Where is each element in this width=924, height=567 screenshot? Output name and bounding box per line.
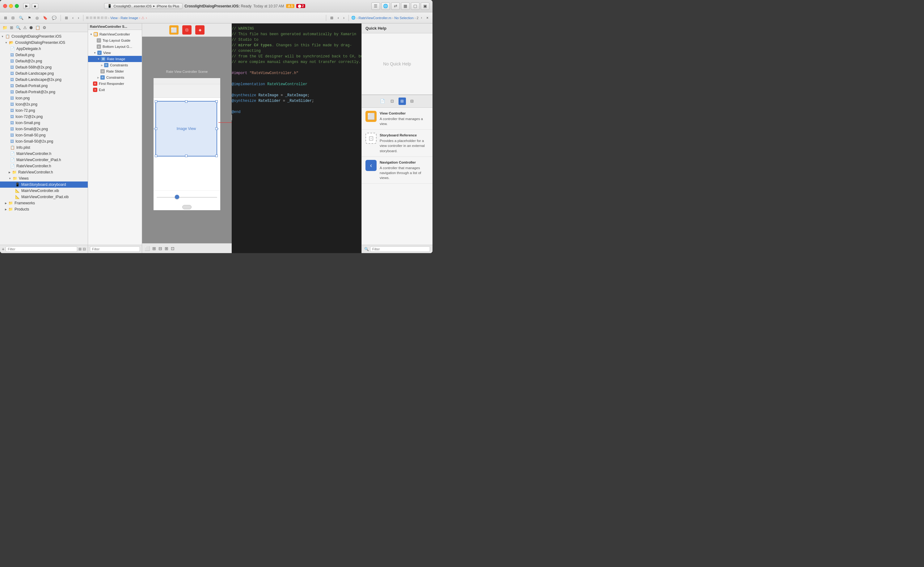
close-button[interactable] — [3, 4, 7, 8]
sidebar-item-icon-small-2x[interactable]: 🖼 Icon-Small@2x.png — [0, 126, 88, 132]
sidebar-item-icon-72[interactable]: 🖼 Icon-72.png — [0, 107, 88, 114]
sort-icon[interactable]: ⊞ — [78, 247, 81, 251]
sidebar-search-icon[interactable]: 🔍 — [15, 25, 21, 30]
flag-button[interactable]: ⚑ — [26, 15, 33, 21]
sidebar-item-icon-72-2x[interactable]: 🖼 Icon-72@2x.png — [0, 114, 88, 120]
bookmark-button[interactable]: 🔖 — [41, 15, 49, 21]
grid-button[interactable]: ⊞ — [63, 15, 69, 21]
struct-first-responder[interactable]: ▶ R First Responder — [88, 81, 142, 87]
search-button[interactable]: 🔍 — [17, 15, 25, 21]
handle-tl[interactable] — [155, 100, 157, 103]
circle-button[interactable]: ◎ — [34, 15, 40, 21]
sidebar-item-app-delegate[interactable]: 📄 AppDelegate.h — [0, 46, 88, 52]
sidebar-item-default-portrait-2x[interactable]: 🖼 Default-Portrait@2x.png — [0, 89, 88, 95]
back-button[interactable]: ‹ — [71, 15, 75, 21]
sidebar-source-icon[interactable]: ⊞ — [9, 25, 14, 30]
breadcrumb-file[interactable]: RateViewController.m — [359, 16, 391, 20]
stop-button[interactable]: ■ — [32, 3, 38, 9]
sidebar-item-rate-vc-h[interactable]: 📄 RateViewController.h — [0, 163, 88, 169]
breadcrumb-rate-image[interactable]: Rate Image — [120, 16, 138, 20]
struct-exit[interactable]: ▶ X Exit — [88, 87, 142, 93]
qh-filter-input[interactable] — [370, 246, 430, 252]
struct-bottom-layout[interactable]: ▶ B Bottom Layout G... — [88, 44, 142, 50]
triangle-frameworks[interactable] — [5, 202, 7, 205]
split-button[interactable]: ▢ — [411, 3, 420, 10]
sidebar-item-root-project[interactable]: 📋 CrosslightDialogPresenter.iOS — [0, 33, 88, 39]
sidebar-filter-input[interactable] — [6, 246, 77, 252]
sidebar-item-default-568h[interactable]: 🖼 Default-568h@2x.png — [0, 64, 88, 70]
run-button[interactable]: ▶ — [23, 3, 30, 9]
sidebar-item-icon-small-50[interactable]: 🖼 Icon-Small-50.png — [0, 132, 88, 138]
hierarchy-button[interactable]: ⊟ — [10, 15, 16, 21]
sidebar-item-icon-2x[interactable]: 🖼 Icon@2x.png — [0, 101, 88, 107]
handle-tc[interactable] — [185, 100, 188, 103]
sidebar-item-main-vc-ipad-xib[interactable]: 📐 MainViewController_iPad.xib — [0, 194, 88, 200]
canvas-bottom-icon3[interactable]: ⊟ — [158, 246, 162, 251]
struct-top-layout[interactable]: ▶ T Top Layout Guide — [88, 38, 142, 44]
handle-tr[interactable] — [215, 100, 218, 103]
forward-button[interactable]: › — [76, 15, 81, 21]
struct-rate-slider[interactable]: ▶ ⊟ Rate Slider — [88, 68, 142, 74]
sidebar-item-products[interactable]: 📁 Products — [0, 206, 88, 212]
structure-filter-input[interactable] — [90, 246, 140, 252]
sidebar-warning-icon[interactable]: ⚠ — [23, 25, 27, 30]
triangle-supporting[interactable] — [9, 171, 11, 174]
sidebar-folder-icon[interactable]: 📁 — [2, 25, 8, 30]
qh-tab-file[interactable]: 📄 — [379, 98, 386, 105]
sidebar-item-default-2x[interactable]: 🖼 Default@2x.png — [0, 58, 88, 64]
sidebar-item-icon-small[interactable]: 🖼 Icon-Small.png — [0, 120, 88, 126]
slider-thumb[interactable] — [175, 195, 179, 199]
sidebar-item-main-vc-xib[interactable]: 📐 MainViewController.xib — [0, 188, 88, 194]
triangle-group[interactable] — [5, 41, 8, 44]
sidebar-item-info-plist[interactable]: 📋 Info.plist — [0, 144, 88, 151]
layout-button[interactable]: ▦ — [401, 3, 409, 10]
triangle-views[interactable] — [9, 177, 11, 180]
canvas-bottom-icon5[interactable]: ⊡ — [171, 246, 175, 251]
warning-badge[interactable]: ⚠ 1 — [286, 4, 294, 8]
panel-button[interactable]: ▣ — [421, 3, 429, 10]
sb-ref-icon[interactable]: ⊡ — [182, 25, 191, 34]
minimize-button[interactable] — [9, 4, 13, 8]
canvas-bottom-icon1[interactable]: ⬜ — [144, 246, 150, 251]
forward2-button[interactable]: › — [342, 15, 346, 21]
sidebar-toggle-button[interactable]: ⊞ — [3, 15, 9, 21]
sidebar-item-root-group[interactable]: 📂 CrosslightDialogPresenter.iOS — [0, 39, 88, 46]
triangle-view[interactable]: ▼ — [93, 51, 96, 54]
triangle-products[interactable] — [5, 208, 7, 211]
sidebar-report-icon[interactable]: 📋 — [35, 25, 41, 30]
back2-button[interactable]: ‹ — [336, 15, 340, 21]
triangle-root[interactable] — [1, 35, 4, 38]
swap-button[interactable]: ⇄ — [391, 3, 400, 10]
triangle-vc[interactable]: ▼ — [90, 33, 92, 36]
handle-bl[interactable] — [155, 154, 157, 157]
nav-icon[interactable]: ◈ — [195, 25, 205, 34]
sidebar-item-icon[interactable]: 🖼 Icon.png — [0, 95, 88, 101]
sidebar-item-default[interactable]: 🖼 Default.png — [0, 52, 88, 58]
page-inc-button[interactable]: › — [420, 15, 424, 20]
struct-rate-vc[interactable]: ▼ ⬜ RateViewController — [88, 31, 142, 38]
code-content[interactable]: // WARNING // This file has been generat… — [232, 24, 361, 253]
sidebar-item-supporting-files[interactable]: 📁 RateViewController.h — [0, 169, 88, 176]
sidebar-item-main-vc-h[interactable]: 📄 MainViewController.h — [0, 151, 88, 157]
comment-button[interactable]: 💬 — [50, 15, 58, 21]
qh-tab-layout[interactable]: ⊟ — [408, 98, 416, 105]
grid2-button[interactable]: ⊞ — [329, 15, 335, 21]
sidebar-item-default-landscape[interactable]: 🖼 Default-Landscape.png — [0, 70, 88, 76]
canvas-bottom-icon4[interactable]: ⊞ — [165, 246, 169, 251]
add-file-button[interactable]: + — [2, 247, 5, 252]
qh-tab-active[interactable]: ⊞ — [399, 98, 406, 105]
scheme-selector[interactable]: 📱 CrosslightD...esenter.iOS ▸ iPhone 6s … — [104, 3, 182, 9]
struct-constraints-image[interactable]: ▶ ⊞ Constraints — [88, 62, 142, 68]
triangle-constraints[interactable]: ▶ — [101, 64, 103, 67]
qh-tab-inspect[interactable]: ⊡ — [389, 98, 396, 105]
breadcrumb-view[interactable]: View — [110, 16, 118, 20]
triangle-constraints-view[interactable]: ▶ — [97, 76, 99, 79]
sidebar-item-default-landscape-2x[interactable]: 🖼 Default-Landscape@2x.png — [0, 76, 88, 83]
handle-bc[interactable] — [185, 154, 188, 157]
filter-options-icon[interactable]: ⊟ — [83, 247, 86, 251]
sidebar-settings-icon[interactable]: ⚙ — [42, 25, 47, 30]
struct-rate-image[interactable]: ▼ 🖼 Rate Image — [88, 56, 142, 62]
struct-view[interactable]: ▼ V View — [88, 50, 142, 56]
triangle-rate-image[interactable]: ▼ — [97, 58, 100, 60]
sidebar-breakpoint-icon[interactable]: ⬢ — [29, 25, 33, 30]
